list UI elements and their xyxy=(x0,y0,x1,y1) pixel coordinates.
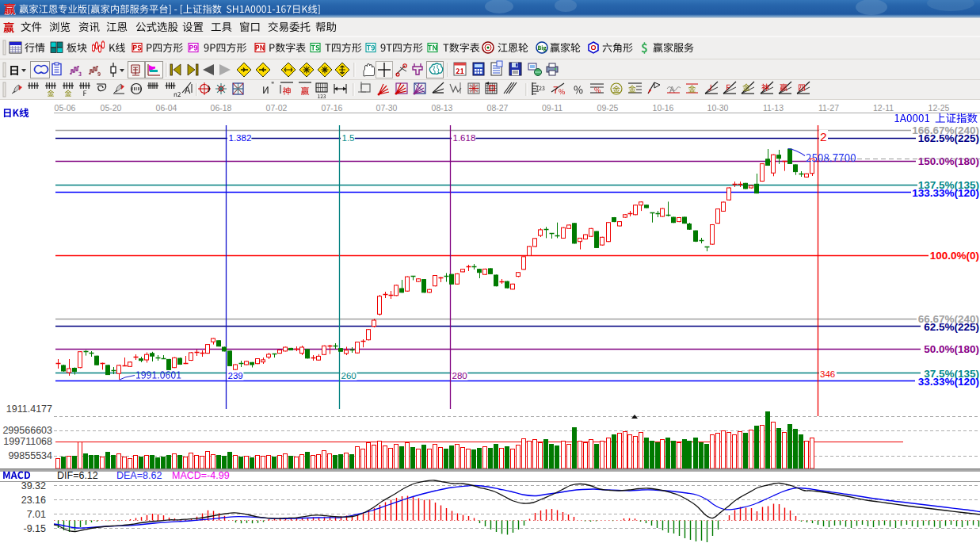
svg-text:2: 2 xyxy=(820,130,827,143)
svg-text:07-02: 07-02 xyxy=(266,103,288,113)
svg-text:06-18: 06-18 xyxy=(211,103,232,113)
svg-text:10-16: 10-16 xyxy=(653,103,674,113)
svg-text:08-27: 08-27 xyxy=(487,103,509,113)
svg-text:09-11: 09-11 xyxy=(542,103,562,113)
svg-text:280: 280 xyxy=(452,371,467,380)
svg-text:100.0%(0): 100.0%(0) xyxy=(930,250,979,262)
svg-text:99855534: 99855534 xyxy=(8,450,52,461)
svg-text:11-13: 11-13 xyxy=(763,103,784,113)
svg-text:06-04: 06-04 xyxy=(156,103,177,113)
svg-text:150.0%(180): 150.0%(180) xyxy=(918,155,979,167)
svg-text:346: 346 xyxy=(820,369,835,379)
svg-text:12-11: 12-11 xyxy=(873,103,894,113)
svg-text:12-25: 12-25 xyxy=(929,103,950,113)
svg-text:1911.4177: 1911.4177 xyxy=(6,403,52,415)
svg-text:08-13: 08-13 xyxy=(432,103,453,113)
svg-text:133.33%(120): 133.33%(120) xyxy=(912,187,979,199)
svg-text:7.01: 7.01 xyxy=(27,509,46,520)
svg-text:33.33%(120): 33.33%(120) xyxy=(918,376,979,388)
svg-text:23.16: 23.16 xyxy=(21,495,46,506)
svg-text:MACD=-4.99: MACD=-4.99 xyxy=(172,470,230,481)
svg-text:39.32: 39.32 xyxy=(21,480,46,491)
svg-text:07-30: 07-30 xyxy=(376,103,398,113)
svg-text:05-20: 05-20 xyxy=(101,103,122,113)
svg-text:62.5%(225): 62.5%(225) xyxy=(924,321,979,333)
svg-text:1.5: 1.5 xyxy=(342,133,355,143)
svg-text:09-25: 09-25 xyxy=(597,103,619,113)
svg-text:260: 260 xyxy=(341,371,357,380)
svg-text:299566603: 299566603 xyxy=(2,425,52,436)
svg-text:1.382: 1.382 xyxy=(229,133,252,143)
svg-text:05-06: 05-06 xyxy=(55,103,76,113)
svg-text:10-30: 10-30 xyxy=(707,103,729,113)
svg-text:-9.15: -9.15 xyxy=(24,523,47,534)
svg-text:11-27: 11-27 xyxy=(818,103,839,113)
svg-text:162.5%(225): 162.5%(225) xyxy=(918,132,979,144)
svg-text:07-16: 07-16 xyxy=(322,103,343,113)
svg-text:239: 239 xyxy=(228,371,243,380)
svg-text:199711068: 199711068 xyxy=(3,436,52,447)
svg-text:1.618: 1.618 xyxy=(453,133,476,143)
svg-text:DIF=6.12: DIF=6.12 xyxy=(57,470,98,481)
svg-text:DEA=8.62: DEA=8.62 xyxy=(116,470,162,481)
svg-text:50.0%(180): 50.0%(180) xyxy=(924,343,979,355)
